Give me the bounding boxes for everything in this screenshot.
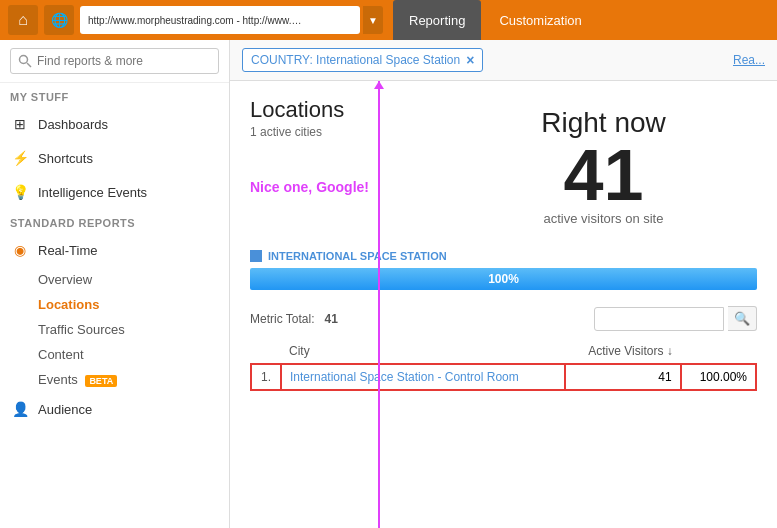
filter-bar: COUNTRY: International Space Station × R… — [230, 40, 777, 81]
col-rank — [251, 339, 281, 364]
sidebar-item-shortcuts[interactable]: ⚡ Shortcuts — [0, 141, 229, 175]
table-section: Metric Total: 41 🔍 City — [250, 306, 757, 391]
sidebar-sub-content[interactable]: Content — [0, 342, 229, 367]
cell-city: International Space Station - Control Ro… — [281, 364, 565, 390]
nav-tabs: Reporting Customization — [393, 0, 598, 40]
top-nav: ⌂ 🌐 http://www.morpheustrading.com - htt… — [0, 0, 777, 40]
sidebar-sub-traffic-sources[interactable]: Traffic Sources — [0, 317, 229, 342]
shortcuts-icon: ⚡ — [10, 148, 30, 168]
audience-icon: 👤 — [10, 399, 30, 419]
col-city: City — [281, 339, 565, 364]
filter-chip-text: COUNTRY: International Space Station — [251, 53, 460, 67]
right-now-subtext: active visitors on site — [544, 211, 664, 226]
sidebar-sub-overview[interactable]: Overview — [0, 267, 229, 292]
sidebar-item-shortcuts-label: Shortcuts — [38, 151, 93, 166]
stat-dot — [250, 250, 262, 262]
url-dropdown-button[interactable]: ▼ — [363, 6, 383, 34]
sidebar-item-audience[interactable]: 👤 Audience — [0, 392, 229, 426]
sidebar-item-dashboards[interactable]: ⊞ Dashboards — [0, 107, 229, 141]
filter-chip-close-button[interactable]: × — [466, 52, 474, 68]
annotation-arrow-line — [378, 81, 380, 528]
top-section: Locations 1 active cities Nice one, Goog… — [250, 97, 757, 246]
realtime-icon: ◉ — [10, 240, 30, 260]
globe-button[interactable]: 🌐 — [44, 5, 74, 35]
sidebar-item-audience-label: Audience — [38, 402, 92, 417]
my-stuff-label: MY STUFF — [0, 83, 229, 107]
metric-total-value: 41 — [324, 312, 337, 326]
page-content: Locations 1 active cities Nice one, Goog… — [230, 81, 777, 407]
sidebar-item-intelligence[interactable]: 💡 Intelligence Events — [0, 175, 229, 209]
page-title: Locations — [250, 97, 410, 123]
tab-customization[interactable]: Customization — [483, 0, 597, 40]
table-header-row: City Active Visitors ↓ — [251, 339, 756, 364]
filter-chip: COUNTRY: International Space Station × — [242, 48, 483, 72]
stat-label: INTERNATIONAL SPACE STATION — [250, 250, 757, 262]
page-subtitle: 1 active cities — [250, 125, 410, 139]
arrow-top — [374, 81, 384, 89]
annotation-container: Locations 1 active cities Nice one, Goog… — [230, 81, 777, 407]
cell-visitors: 41 — [565, 364, 681, 390]
sidebar-item-realtime-label: Real-Time — [38, 243, 97, 258]
beta-badge: BETA — [85, 375, 117, 387]
standard-reports-label: STANDARD REPORTS — [0, 209, 229, 233]
right-now-number: 41 — [563, 139, 643, 211]
cell-rank: 1. — [251, 364, 281, 390]
sidebar-item-realtime[interactable]: ◉ Real-Time — [0, 233, 229, 267]
annotation-text: Nice one, Google! — [250, 179, 410, 195]
dashboards-icon: ⊞ — [10, 114, 30, 134]
metric-total-label: Metric Total: — [250, 312, 314, 326]
table-row: 1. International Space Station - Control… — [251, 364, 756, 390]
home-icon: ⌂ — [18, 11, 28, 29]
data-table: City Active Visitors ↓ — [250, 339, 757, 391]
table-meta: Metric Total: 41 🔍 — [250, 306, 757, 331]
tab-reporting[interactable]: Reporting — [393, 0, 481, 40]
url-display: http://www.morpheustrading.com - http://… — [80, 6, 360, 34]
stat-bar-container: 100% — [250, 268, 757, 290]
globe-icon: 🌐 — [51, 12, 68, 28]
sidebar-item-dashboards-label: Dashboards — [38, 117, 108, 132]
content-area: COUNTRY: International Space Station × R… — [230, 40, 777, 528]
sidebar-sub-locations[interactable]: Locations — [0, 292, 229, 317]
table-search: 🔍 — [594, 306, 757, 331]
sidebar-sub-events[interactable]: Events BETA — [0, 367, 229, 392]
left-info: Locations 1 active cities Nice one, Goog… — [250, 97, 410, 246]
intelligence-icon: 💡 — [10, 182, 30, 202]
url-text: http://www.morpheustrading.com - http://… — [88, 15, 308, 26]
cell-percent: 100.00% — [681, 364, 756, 390]
search-input[interactable] — [10, 48, 219, 74]
col-active-visitors: Active Visitors ↓ — [565, 339, 681, 364]
table-search-input[interactable] — [594, 307, 724, 331]
right-now-section: Right now 41 active visitors on site — [450, 97, 757, 246]
sidebar: MY STUFF ⊞ Dashboards ⚡ Shortcuts 💡 Inte… — [0, 40, 230, 528]
city-link[interactable]: International Space Station - Control Ro… — [290, 370, 519, 384]
table-search-button[interactable]: 🔍 — [728, 306, 757, 331]
real-time-link[interactable]: Rea... — [733, 53, 765, 67]
stat-bar-fill: 100% — [250, 268, 757, 290]
home-button[interactable]: ⌂ — [8, 5, 38, 35]
main-layout: MY STUFF ⊞ Dashboards ⚡ Shortcuts 💡 Inte… — [0, 40, 777, 528]
stat-section: INTERNATIONAL SPACE STATION 100% — [250, 250, 757, 290]
sidebar-item-intelligence-label: Intelligence Events — [38, 185, 147, 200]
dropdown-arrow-icon: ▼ — [368, 15, 378, 26]
sidebar-search-container — [0, 40, 229, 83]
